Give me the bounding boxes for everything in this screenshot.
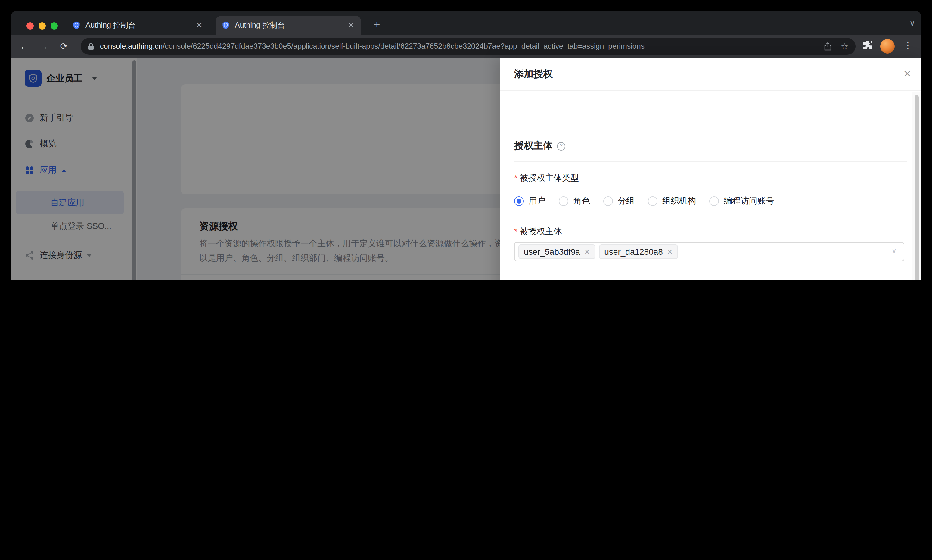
subject-type-radio-group: 用户 角色 分组 组织机构 编程访问账号 bbox=[514, 196, 774, 206]
drawer-scrollbar-thumb[interactable] bbox=[915, 95, 919, 280]
drawer-header: 添加授权 ✕ bbox=[500, 58, 921, 91]
help-icon[interactable]: ? bbox=[557, 142, 565, 150]
radio-icon bbox=[603, 196, 613, 206]
tab-title: Authing 控制台 bbox=[235, 20, 342, 31]
tab-search-chevron-icon[interactable]: ∨ bbox=[909, 18, 915, 28]
remove-tag-icon[interactable]: ✕ bbox=[584, 248, 590, 255]
radio-role[interactable]: 角色 bbox=[559, 196, 590, 206]
subject-tag: user_da1280a8✕ bbox=[599, 245, 678, 259]
desktop: Authing 控制台 ✕ Authing 控制台 ✕ + ∨ ← → ⟳ co… bbox=[0, 0, 932, 280]
browser-tabbar: Authing 控制台 ✕ Authing 控制台 ✕ + ∨ bbox=[11, 11, 921, 35]
subject-multiselect[interactable]: user_5ab3df9a✕ user_da1280a8✕ ∨ bbox=[514, 242, 904, 262]
close-icon[interactable]: ✕ bbox=[901, 68, 914, 81]
radio-icon bbox=[559, 196, 568, 206]
bookmark-star-icon[interactable]: ☆ bbox=[841, 42, 848, 51]
browser-toolbar: ← → ⟳ console.authing.cn/console/6225dd4… bbox=[11, 35, 921, 58]
drawer-body: 授权主体 ? 被授权主体类型 用户 角色 分组 组织机构 编程访问账号 被授权主… bbox=[500, 91, 921, 280]
address-bar[interactable]: console.authing.cn/console/6225dd4297dfd… bbox=[81, 38, 855, 55]
back-icon[interactable]: ← bbox=[17, 40, 31, 53]
section-subject-heading: 授权主体 ? bbox=[514, 140, 565, 152]
radio-selected-icon bbox=[514, 196, 524, 206]
radio-user[interactable]: 用户 bbox=[514, 196, 546, 206]
tab-authing-console-1[interactable]: Authing 控制台 ✕ bbox=[66, 15, 209, 35]
forward-icon[interactable]: → bbox=[37, 40, 51, 53]
traffic-zoom-icon[interactable] bbox=[51, 22, 58, 29]
new-tab-button[interactable]: + bbox=[370, 18, 384, 31]
radio-programmatic-account[interactable]: 编程访问账号 bbox=[709, 196, 774, 206]
subject-type-label: 被授权主体类型 bbox=[514, 173, 579, 184]
share-icon[interactable] bbox=[824, 42, 832, 51]
tab-title: Authing 控制台 bbox=[86, 20, 190, 31]
reload-icon[interactable]: ⟳ bbox=[57, 40, 71, 53]
divider bbox=[514, 162, 907, 162]
radio-organization[interactable]: 组织机构 bbox=[648, 196, 696, 206]
subject-tag: user_5ab3df9a✕ bbox=[518, 245, 595, 259]
radio-group[interactable]: 分组 bbox=[603, 196, 635, 206]
authing-favicon-icon bbox=[72, 21, 81, 29]
authing-favicon-icon bbox=[221, 21, 230, 29]
subject-label: 被授权主体 bbox=[514, 226, 562, 237]
page-content: 企业员工 新手引导 概览 应用 自建应用 bbox=[11, 58, 921, 280]
traffic-minimize-icon[interactable] bbox=[38, 22, 46, 29]
radio-icon bbox=[709, 196, 719, 206]
browser-menu-icon[interactable]: ⋮ bbox=[903, 40, 913, 51]
tab-close-icon[interactable]: ✕ bbox=[347, 20, 355, 30]
add-authorization-drawer: 添加授权 ✕ 授权主体 ? 被授权主体类型 用户 角色 分组 组织机构 bbox=[500, 58, 921, 280]
url-text: console.authing.cn/console/6225dd4297dfd… bbox=[100, 42, 824, 51]
browser-window: Authing 控制台 ✕ Authing 控制台 ✕ + ∨ ← → ⟳ co… bbox=[11, 11, 921, 280]
tab-authing-console-2[interactable]: Authing 控制台 ✕ bbox=[215, 15, 361, 35]
drawer-title: 添加授权 bbox=[514, 68, 553, 81]
lock-icon bbox=[88, 43, 94, 50]
tab-close-icon[interactable]: ✕ bbox=[195, 20, 203, 30]
extensions-puzzle-icon[interactable] bbox=[861, 39, 874, 51]
traffic-close-icon[interactable] bbox=[26, 22, 34, 29]
radio-icon bbox=[648, 196, 657, 206]
profile-avatar[interactable] bbox=[880, 39, 895, 54]
remove-tag-icon[interactable]: ✕ bbox=[667, 248, 672, 255]
chevron-down-icon: ∨ bbox=[892, 247, 897, 255]
